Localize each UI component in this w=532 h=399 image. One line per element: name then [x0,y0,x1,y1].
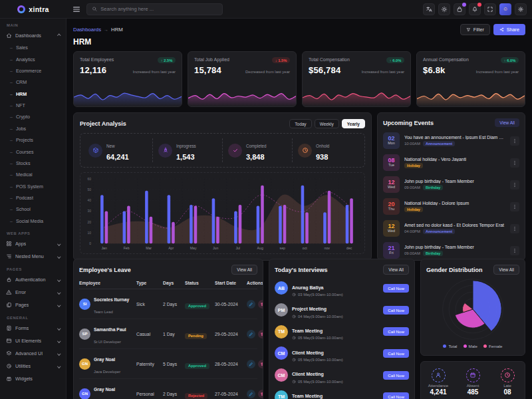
search-input[interactable] [100,6,217,12]
attendance-icon [466,368,480,382]
event-item[interactable]: 02 Mon You have an announcement - Ipsum … [383,130,519,151]
event-menu-button[interactable] [510,246,519,255]
sidebar-subitem[interactable]: – POS System [0,181,66,192]
event-menu-button[interactable] [510,158,519,168]
fullscreen-button[interactable] [484,3,496,15]
sidebar-subitem[interactable]: – School [0,203,66,215]
theme-toggle-button[interactable] [438,3,450,15]
range-button[interactable]: Today [289,119,311,128]
sidebar-subitem[interactable]: – CRM [0,76,66,88]
sidebar-subitem[interactable]: – Sales [0,42,66,53]
trash-icon [260,392,263,396]
sidebar-subitem[interactable]: – NFT [0,100,66,111]
sun-icon [441,6,448,13]
clock-icon [292,380,296,384]
event-badge: Announcement [423,141,455,146]
brand-name: xintra [29,5,49,13]
status-badge: Pending [185,333,207,339]
edit-button[interactable] [247,360,255,368]
sparkline-chart [188,86,296,106]
dash-icon: – [10,68,13,73]
edit-button[interactable] [247,300,255,309]
event-menu-button[interactable] [510,202,519,211]
sidebar-item[interactable]: Error [0,286,66,299]
svg-text:Apr: Apr [168,246,174,250]
delete-button[interactable] [258,390,263,398]
call-now-button[interactable]: Call Now [383,284,409,293]
call-now-button[interactable]: Call Now [383,349,409,358]
chevron-down-icon [57,327,61,330]
sidebar-item[interactable]: Pages [0,299,66,311]
sidebar-item[interactable]: Advanced UI [0,347,66,360]
sidebar-subitem[interactable]: – Jobs [0,123,66,134]
event-list: 02 Mon You have an announcement - Ipsum … [383,130,519,261]
chevron-down-icon [57,339,61,342]
trend-badge: ↑ 6.0% [386,57,404,63]
sidebar-item[interactable]: Nested Menu [0,250,66,263]
event-badge: Birthday [423,185,443,190]
svg-text:10: 10 [87,231,91,235]
sidebar-item[interactable]: Forms [0,322,66,334]
event-item[interactable]: 21 Fri John pup birthday - Team Member 0… [383,240,519,261]
language-button[interactable] [423,3,435,15]
event-item[interactable]: 12 Wed John pup birthday - Team Member 0… [383,174,519,195]
dash-icon: – [10,172,13,177]
call-now-button[interactable]: Call Now [383,371,409,380]
delete-button[interactable] [258,300,263,309]
filter-button[interactable]: Filter [460,24,490,35]
analysis-stats: New 64,241 Inprogress 1,543 [80,133,365,168]
attendance-icon [501,368,515,382]
edit-button[interactable] [247,330,255,338]
sidebar-subitem[interactable]: – Projects [0,134,66,146]
chevron-down-icon [57,242,61,245]
event-date-tile: 21 Fri [383,242,400,259]
events-view-all-button[interactable]: View All [495,118,519,127]
range-button[interactable]: Yearly [342,119,365,128]
event-menu-button[interactable] [510,136,519,146]
sidebar-subitem[interactable]: – Ecommerce [0,65,66,76]
dash-icon: – [10,138,13,142]
sidebar-subitem[interactable]: – Stocks [0,158,66,169]
sidebar-subitem[interactable]: – Social Media [0,215,66,227]
delete-button[interactable] [258,330,263,338]
call-now-button[interactable]: Call Now [383,306,409,315]
cart-button[interactable] [454,3,466,15]
gender-view-all-button[interactable]: View All [493,265,519,275]
svg-text:30: 30 [87,209,91,213]
call-now-button[interactable]: Call Now [383,392,409,399]
sidebar-item[interactable]: UI Elements [0,334,66,347]
event-menu-button[interactable] [510,180,519,190]
delete-button[interactable] [258,360,263,368]
event-item[interactable]: 08 Tue National holiday - Vero Jayanti H… [383,152,519,173]
sidebar-item-dashboards[interactable]: Dashboards [0,29,66,42]
sidebar-subitem[interactable]: – Podcast [0,192,66,203]
settings-button[interactable] [515,3,527,15]
global-search[interactable] [86,3,223,15]
sidebar-subitem[interactable]: – HRM [0,88,66,100]
share-button[interactable]: Share [493,24,525,35]
notifications-button[interactable] [469,3,481,15]
leave-view-all-button[interactable]: View All [231,265,257,275]
sidebar-item[interactable]: Authentication [0,273,66,286]
event-menu-button[interactable] [510,224,519,233]
sidebar-item[interactable]: Apps [0,237,66,250]
call-now-button[interactable]: Call Now [383,327,409,336]
event-item[interactable]: 12 Wed Amet sed no dolor kasd - Et Dolor… [383,218,519,239]
sparkline-chart [74,86,182,106]
sidebar-item[interactable]: Widgets [0,372,66,385]
sidebar-subitem[interactable]: – Medical [0,169,66,180]
user-avatar[interactable]: ☺ [499,3,511,15]
range-button[interactable]: Weekly [315,119,339,128]
edit-button[interactable] [247,390,255,398]
employee-leave-title: Employee's Leave [79,267,131,273]
interviews-view-all-button[interactable]: View All [383,265,409,275]
menu-toggle-icon[interactable] [72,5,81,14]
brand-logo[interactable]: xintra [0,0,66,19]
sidebar-subitem[interactable]: – Crypto [0,111,66,122]
sidebar-item[interactable]: Utilities [0,360,66,372]
breadcrumb-dashboards[interactable]: Dashboards [73,27,101,33]
event-item[interactable]: 20 Thu National Holiday - Dolore Ipsum H… [383,196,519,217]
dash-icon: – [10,103,13,108]
sidebar-subitem[interactable]: – Courses [0,146,66,157]
sidebar-subitem[interactable]: – Analytics [0,53,66,65]
